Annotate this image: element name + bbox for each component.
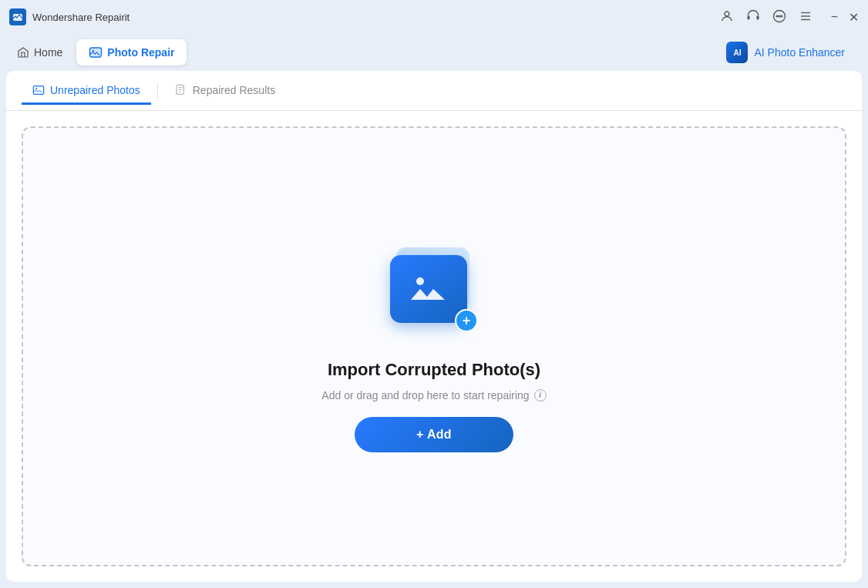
photo-icon-front (390, 255, 467, 323)
headset-icon[interactable] (746, 9, 760, 25)
svg-point-17 (416, 277, 424, 285)
nav-left: Home Photo Repair (6, 39, 187, 66)
content-area: Unrepaired Photos Repaired Results (6, 71, 862, 582)
tab-unrepaired[interactable]: Unrepaired Photos (22, 78, 151, 105)
svg-rect-2 (747, 15, 749, 19)
home-icon (17, 46, 29, 59)
window-controls: − ✕ (831, 10, 859, 25)
unrepaired-tab-icon (32, 84, 45, 96)
photo-repair-tab[interactable]: Photo Repair (76, 39, 187, 66)
home-tab[interactable]: Home (6, 40, 73, 65)
account-icon[interactable] (720, 9, 734, 25)
chat-icon[interactable] (772, 9, 786, 25)
menu-icon[interactable] (799, 9, 812, 25)
svg-point-7 (781, 15, 782, 17)
title-bar-left: Wondershare Repairit (9, 8, 130, 25)
nav-bar: Home Photo Repair AI AI Photo Enhancer (0, 34, 868, 71)
title-bar-right: − ✕ (720, 9, 859, 25)
photo-repair-icon (89, 45, 103, 59)
info-icon[interactable]: i (534, 389, 547, 402)
ai-enhancer-button[interactable]: AI AI Photo Enhancer (715, 37, 856, 68)
import-subtitle: Add or drag and drop here to start repai… (321, 389, 546, 402)
ai-badge: AI (726, 42, 748, 63)
app-icon (9, 8, 26, 25)
photo-repair-tab-label: Photo Repair (107, 46, 174, 59)
tab-repaired-label: Repaired Results (193, 84, 275, 96)
drop-zone-content: + Import Corrupted Photo(s) Add or drag … (321, 241, 546, 452)
svg-point-1 (725, 12, 729, 16)
minimize-button[interactable]: − (831, 10, 838, 25)
import-title: Import Corrupted Photo(s) (328, 360, 540, 380)
ai-enhancer-label: AI Photo Enhancer (754, 46, 845, 59)
sub-tabs: Unrepaired Photos Repaired Results (6, 71, 862, 111)
add-button[interactable]: + Add (355, 417, 513, 452)
tab-repaired[interactable]: Repaired Results (164, 78, 286, 105)
home-tab-label: Home (34, 46, 62, 59)
plus-badge: + (455, 309, 478, 332)
drop-zone[interactable]: + Import Corrupted Photo(s) Add or drag … (22, 126, 846, 566)
svg-rect-3 (756, 15, 759, 19)
svg-point-5 (776, 15, 778, 17)
tab-unrepaired-label: Unrepaired Photos (50, 84, 140, 96)
close-button[interactable]: ✕ (849, 10, 859, 25)
import-subtitle-text: Add or drag and drop here to start repai… (321, 389, 529, 402)
repaired-tab-icon (175, 84, 187, 96)
title-bar: Wondershare Repairit (0, 0, 868, 34)
tab-separator (157, 83, 158, 99)
photo-mountains-icon (408, 272, 449, 306)
svg-point-6 (779, 15, 780, 17)
app-title: Wondershare Repairit (32, 12, 130, 23)
photo-import-icon: + (384, 241, 484, 341)
nav-right: AI AI Photo Enhancer (715, 37, 862, 68)
